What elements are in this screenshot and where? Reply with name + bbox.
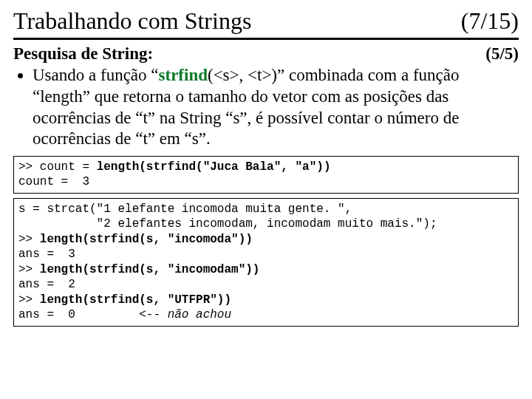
- bullet-item: Usando a função “strfind(<s>, <t>)” comb…: [33, 65, 519, 150]
- code-bold: length(strfind(s, "UTFPR")): [40, 293, 231, 307]
- code-line: >> length(strfind(s, "UTFPR")): [18, 293, 231, 307]
- code-line: ans = 0 <-- não achou: [18, 308, 231, 321]
- code-text: >>: [18, 263, 40, 276]
- code-line: ans = 3: [18, 248, 75, 261]
- code-text: >>: [18, 293, 40, 307]
- code-text: ans = 0: [18, 308, 139, 321]
- code-line: s = strcat("1 elefante incomoda muita ge…: [18, 202, 352, 216]
- code-line: >> length(strfind(s, "incomodam")): [18, 263, 259, 276]
- code-line: "2 elefantes incomodam, incomodam muito …: [18, 217, 437, 231]
- code-line: count = 3: [18, 175, 89, 188]
- code-block-2: s = strcat("1 elefante incomoda muita ge…: [13, 198, 519, 327]
- code-bold: length(strfind("Juca Bala", "a")): [97, 160, 331, 174]
- code-text: >> count =: [18, 160, 97, 174]
- slide-title: Trabalhando com Strings: [13, 7, 251, 35]
- slide: Trabalhando com Strings (7/15) Pesquisa …: [0, 0, 532, 338]
- code-line: ans = 2: [18, 278, 75, 291]
- slide-header: Trabalhando com Strings (7/15): [13, 7, 519, 40]
- code-comment: <-- não achou: [139, 308, 231, 321]
- section-pager: (5/5): [485, 44, 519, 64]
- code-block-1: >> count = length(strfind("Juca Bala", "…: [13, 156, 519, 194]
- code-line: >> length(strfind(s, "incomoda")): [18, 233, 253, 246]
- code-text: >>: [18, 233, 40, 246]
- section-title: Pesquisa de String:: [13, 44, 153, 64]
- code-bold: length(strfind(s, "incomoda")): [40, 233, 253, 246]
- function-name: strfind: [159, 66, 208, 84]
- code-bold: length(strfind(s, "incomodam")): [40, 263, 260, 276]
- bullet-text-pre: Usando a função “: [33, 66, 159, 84]
- bullet-list: Usando a função “strfind(<s>, <t>)” comb…: [13, 65, 519, 150]
- code-line: >> count = length(strfind("Juca Bala", "…: [18, 160, 330, 174]
- slide-pager: (7/15): [461, 7, 519, 35]
- section-header: Pesquisa de String: (5/5): [13, 44, 519, 64]
